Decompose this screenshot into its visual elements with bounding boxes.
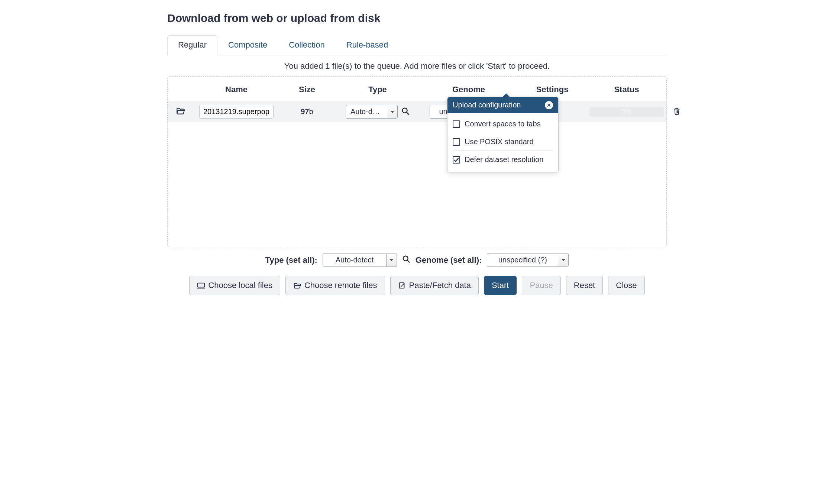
reset-button[interactable]: Reset xyxy=(566,276,603,295)
choose-local-files-button[interactable]: Choose local files xyxy=(189,276,280,295)
type-setall-select[interactable]: Auto-detect xyxy=(323,253,397,267)
col-name: Name xyxy=(194,85,279,94)
table-row: 97 b Auto-de… unspecified (?) xyxy=(168,101,666,122)
folder-open-icon xyxy=(176,106,185,117)
start-button[interactable]: Start xyxy=(484,276,517,295)
tab-regular[interactable]: Regular xyxy=(167,35,217,55)
checkbox-checked-icon[interactable] xyxy=(453,156,460,164)
option-posix[interactable]: Use POSIX standard xyxy=(453,133,553,151)
svg-point-4 xyxy=(403,256,408,261)
queue-message: You added 1 file(s) to the queue. Add mo… xyxy=(167,61,667,71)
tab-collection[interactable]: Collection xyxy=(278,35,336,55)
trash-icon[interactable] xyxy=(673,107,681,117)
upload-configuration-popover: Upload configuration ✕ Convert spaces to… xyxy=(447,97,559,172)
chevron-down-icon xyxy=(386,254,397,266)
progress-bar: 0% xyxy=(589,107,664,117)
svg-rect-6 xyxy=(198,283,204,287)
table-headers: Name Size Type Genome Settings Status xyxy=(168,77,666,101)
file-size: 97 b xyxy=(279,107,335,116)
set-all-controls: Type (set all): Auto-detect Genome (set … xyxy=(167,253,667,267)
col-type: Type xyxy=(335,85,420,94)
col-size: Size xyxy=(279,85,335,94)
chevron-down-icon xyxy=(387,106,397,118)
type-select[interactable]: Auto-de… xyxy=(346,105,398,119)
tab-composite[interactable]: Composite xyxy=(217,35,278,55)
genome-setall-select[interactable]: unspecified (?) xyxy=(487,253,569,267)
svg-line-1 xyxy=(407,112,409,114)
svg-point-0 xyxy=(403,108,407,113)
tab-bar: Regular Composite Collection Rule-based xyxy=(167,35,667,55)
chevron-down-icon xyxy=(558,254,568,266)
col-settings: Settings xyxy=(517,85,588,94)
close-icon[interactable]: ✕ xyxy=(545,101,553,109)
search-icon[interactable] xyxy=(401,107,410,117)
search-icon[interactable] xyxy=(402,255,410,265)
popover-header: Upload configuration ✕ xyxy=(447,97,558,113)
genome-setall-label: Genome (set all): xyxy=(416,255,482,265)
tab-rule-based[interactable]: Rule-based xyxy=(336,35,399,55)
option-defer-resolution[interactable]: Defer dataset resolution xyxy=(453,151,553,168)
col-status: Status xyxy=(588,85,666,94)
checkbox-icon[interactable] xyxy=(453,120,460,128)
pause-button[interactable]: Pause xyxy=(522,276,560,295)
type-setall-label: Type (set all): xyxy=(265,255,317,265)
close-button[interactable]: Close xyxy=(608,276,644,295)
svg-line-5 xyxy=(407,260,410,262)
option-convert-spaces[interactable]: Convert spaces to tabs xyxy=(453,115,553,133)
upload-dialog: Download from web or upload from disk Re… xyxy=(157,0,677,308)
paste-fetch-button[interactable]: Paste/Fetch data xyxy=(390,276,479,295)
choose-remote-files-button[interactable]: Choose remote files xyxy=(285,276,385,295)
checkbox-icon[interactable] xyxy=(453,138,460,146)
file-dropzone[interactable]: Name Size Type Genome Settings Status 97… xyxy=(167,76,667,247)
dialog-title: Download from web or upload from disk xyxy=(167,12,667,25)
action-buttons: Choose local files Choose remote files P… xyxy=(167,276,667,295)
file-name-input[interactable] xyxy=(199,105,274,119)
